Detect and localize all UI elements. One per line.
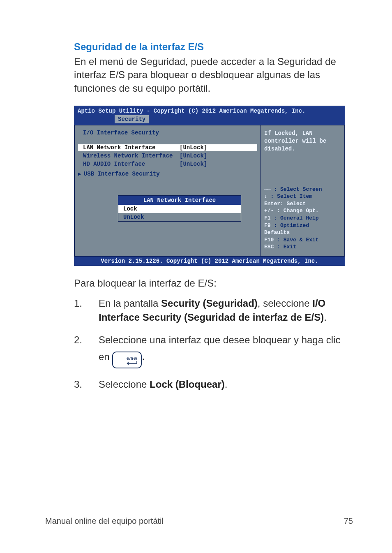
enter-key-icon: enter	[112, 352, 142, 368]
footer-page-number: 75	[344, 516, 353, 526]
key-hint: F9	[264, 222, 271, 229]
bios-item-lan[interactable]: LAN Network Interface [UnLock]	[78, 144, 257, 151]
key-hint: Defaults	[264, 229, 290, 236]
bios-key-hints: →← : Select Screen ↓ : Select Item Enter…	[264, 186, 341, 251]
bios-item-label: LAN Network Interface	[83, 144, 180, 151]
steps-list: En la pantalla Security (Seguridad), sel…	[74, 296, 353, 391]
bios-item-label: HD AUDIO Interface	[83, 161, 180, 167]
bios-screenshot: Aptio Setup Utility - Copyright (C) 2012…	[74, 106, 345, 266]
key-hint: F1	[264, 215, 271, 221]
key-hint-text: : General Help	[271, 215, 319, 221]
bios-title-text: Aptio Setup Utility - Copyright (C) 2012…	[78, 108, 306, 114]
key-hint: →←	[264, 186, 271, 192]
bios-item-value: [UnLock]	[180, 153, 207, 159]
key-hint-text: : Save & Exit	[274, 237, 318, 243]
intro-paragraph: En el menú de Seguridad, puede acceder a…	[74, 55, 353, 95]
step-2: Seleccione una interfaz que desee bloque…	[74, 333, 353, 368]
step-text: Seleccione	[99, 379, 150, 390]
key-hint-text: : Select Screen	[271, 186, 322, 192]
key-hint: +/- : Change Opt.	[264, 208, 319, 214]
step-text: .	[142, 351, 145, 362]
step-text: En la pantalla	[99, 298, 161, 309]
key-hint: Enter: Select	[264, 201, 306, 207]
bios-submenu-usb[interactable]: ▶ USB Interface Security	[78, 171, 257, 177]
bios-right-panel: If Locked, LAN controller will be disabl…	[261, 125, 345, 257]
bios-item-hdaudio[interactable]: HD AUDIO Interface [UnLock]	[78, 161, 257, 167]
step-bold: Security (Seguridad)	[161, 298, 258, 309]
step-text: .	[324, 312, 327, 323]
step-1: En la pantalla Security (Seguridad), sel…	[74, 296, 353, 324]
bios-left-panel: I/O Interface Security LAN Network Inter…	[74, 125, 261, 257]
submenu-arrow-icon: ▶	[78, 171, 81, 177]
bios-submenu-label: USB Interface Security	[84, 171, 160, 177]
step-text: .	[225, 379, 228, 390]
section-title: Seguridad de la interfaz E/S	[74, 41, 353, 53]
bios-help-text: If Locked, LAN controller will be disabl…	[264, 130, 341, 153]
step-text: , seleccione	[258, 298, 312, 309]
key-hint: ESC	[264, 244, 274, 250]
bios-item-wireless[interactable]: Wireless Network Interface [UnLock]	[78, 153, 257, 159]
key-hint: ↓	[264, 193, 267, 199]
enter-key-label: enter	[116, 355, 138, 362]
bios-body: I/O Interface Security LAN Network Inter…	[74, 125, 345, 257]
bios-item-label: Wireless Network Interface	[83, 153, 180, 159]
bios-popup: LAN Network Interface Lock UnLock	[118, 195, 241, 222]
key-hint-text: : Optimized	[271, 222, 309, 229]
bios-popup-option-unlock[interactable]: UnLock	[118, 213, 241, 221]
key-hint-text: : Select Item	[267, 193, 312, 199]
footer-doc-title: Manual online del equipo portátil	[45, 516, 164, 526]
bios-title-bar: Aptio Setup Utility - Copyright (C) 2012…	[74, 106, 345, 125]
instructions-lead: Para bloquear la interfaz de E/S:	[74, 278, 353, 289]
key-hint: F10	[264, 237, 274, 243]
bios-item-value: [UnLock]	[180, 161, 207, 167]
page-footer: Manual online del equipo portátil 75	[45, 512, 353, 526]
bios-tab-security[interactable]: Security	[115, 115, 149, 123]
bios-popup-option-lock[interactable]: Lock	[118, 205, 241, 213]
bios-item-value: [UnLock]	[180, 144, 207, 151]
bios-panel-heading: I/O Interface Security	[78, 130, 257, 136]
bios-popup-title: LAN Network Interface	[118, 196, 241, 205]
bios-footer-bar: Version 2.15.1226. Copyright (C) 2012 Am…	[74, 257, 345, 266]
step-bold: Lock (Bloquear)	[150, 379, 225, 390]
step-3: Seleccione Lock (Bloquear).	[74, 377, 353, 391]
key-hint-text: : Exit	[274, 244, 296, 250]
